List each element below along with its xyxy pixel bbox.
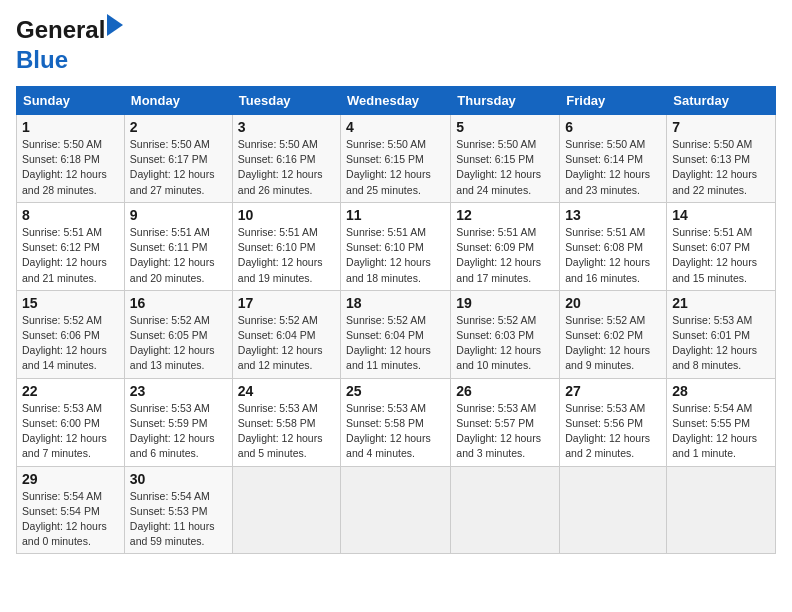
- day-info: Sunrise: 5:50 AM Sunset: 6:13 PM Dayligh…: [672, 137, 770, 198]
- day-info: Sunrise: 5:52 AM Sunset: 6:04 PM Dayligh…: [346, 313, 445, 374]
- day-number: 16: [130, 295, 227, 311]
- day-number: 13: [565, 207, 661, 223]
- calendar-table: SundayMondayTuesdayWednesdayThursdayFrid…: [16, 86, 776, 554]
- col-header-tuesday: Tuesday: [232, 87, 340, 115]
- calendar-cell: 11Sunrise: 5:51 AM Sunset: 6:10 PM Dayli…: [341, 202, 451, 290]
- calendar-cell: [560, 466, 667, 554]
- day-number: 19: [456, 295, 554, 311]
- calendar-cell: 24Sunrise: 5:53 AM Sunset: 5:58 PM Dayli…: [232, 378, 340, 466]
- calendar-cell: [341, 466, 451, 554]
- day-info: Sunrise: 5:51 AM Sunset: 6:10 PM Dayligh…: [238, 225, 335, 286]
- calendar-cell: 25Sunrise: 5:53 AM Sunset: 5:58 PM Dayli…: [341, 378, 451, 466]
- day-number: 26: [456, 383, 554, 399]
- day-number: 11: [346, 207, 445, 223]
- day-info: Sunrise: 5:52 AM Sunset: 6:02 PM Dayligh…: [565, 313, 661, 374]
- calendar-cell: 19Sunrise: 5:52 AM Sunset: 6:03 PM Dayli…: [451, 290, 560, 378]
- day-info: Sunrise: 5:53 AM Sunset: 5:57 PM Dayligh…: [456, 401, 554, 462]
- day-info: Sunrise: 5:50 AM Sunset: 6:18 PM Dayligh…: [22, 137, 119, 198]
- col-header-sunday: Sunday: [17, 87, 125, 115]
- page-header: General Blue: [16, 16, 776, 74]
- day-number: 8: [22, 207, 119, 223]
- calendar-cell: [667, 466, 776, 554]
- calendar-cell: 5Sunrise: 5:50 AM Sunset: 6:15 PM Daylig…: [451, 115, 560, 203]
- logo-arrow-icon: [107, 14, 123, 36]
- calendar-cell: 3Sunrise: 5:50 AM Sunset: 6:16 PM Daylig…: [232, 115, 340, 203]
- day-number: 23: [130, 383, 227, 399]
- day-info: Sunrise: 5:53 AM Sunset: 5:58 PM Dayligh…: [238, 401, 335, 462]
- col-header-friday: Friday: [560, 87, 667, 115]
- calendar-cell: 29Sunrise: 5:54 AM Sunset: 5:54 PM Dayli…: [17, 466, 125, 554]
- day-info: Sunrise: 5:51 AM Sunset: 6:07 PM Dayligh…: [672, 225, 770, 286]
- day-number: 2: [130, 119, 227, 135]
- day-number: 18: [346, 295, 445, 311]
- calendar-cell: 15Sunrise: 5:52 AM Sunset: 6:06 PM Dayli…: [17, 290, 125, 378]
- calendar-cell: 9Sunrise: 5:51 AM Sunset: 6:11 PM Daylig…: [124, 202, 232, 290]
- calendar-cell: 12Sunrise: 5:51 AM Sunset: 6:09 PM Dayli…: [451, 202, 560, 290]
- day-info: Sunrise: 5:50 AM Sunset: 6:15 PM Dayligh…: [456, 137, 554, 198]
- day-number: 21: [672, 295, 770, 311]
- calendar-cell: 26Sunrise: 5:53 AM Sunset: 5:57 PM Dayli…: [451, 378, 560, 466]
- day-info: Sunrise: 5:53 AM Sunset: 6:00 PM Dayligh…: [22, 401, 119, 462]
- day-number: 7: [672, 119, 770, 135]
- calendar-cell: 8Sunrise: 5:51 AM Sunset: 6:12 PM Daylig…: [17, 202, 125, 290]
- svg-marker-0: [107, 14, 123, 36]
- calendar-cell: 10Sunrise: 5:51 AM Sunset: 6:10 PM Dayli…: [232, 202, 340, 290]
- day-number: 14: [672, 207, 770, 223]
- calendar-cell: 21Sunrise: 5:53 AM Sunset: 6:01 PM Dayli…: [667, 290, 776, 378]
- day-number: 30: [130, 471, 227, 487]
- day-number: 22: [22, 383, 119, 399]
- day-info: Sunrise: 5:54 AM Sunset: 5:54 PM Dayligh…: [22, 489, 119, 550]
- col-header-monday: Monday: [124, 87, 232, 115]
- day-info: Sunrise: 5:51 AM Sunset: 6:11 PM Dayligh…: [130, 225, 227, 286]
- day-number: 6: [565, 119, 661, 135]
- day-info: Sunrise: 5:53 AM Sunset: 5:56 PM Dayligh…: [565, 401, 661, 462]
- day-number: 24: [238, 383, 335, 399]
- day-number: 5: [456, 119, 554, 135]
- calendar-cell: 6Sunrise: 5:50 AM Sunset: 6:14 PM Daylig…: [560, 115, 667, 203]
- day-info: Sunrise: 5:53 AM Sunset: 5:58 PM Dayligh…: [346, 401, 445, 462]
- day-info: Sunrise: 5:50 AM Sunset: 6:14 PM Dayligh…: [565, 137, 661, 198]
- day-info: Sunrise: 5:51 AM Sunset: 6:10 PM Dayligh…: [346, 225, 445, 286]
- calendar-cell: 14Sunrise: 5:51 AM Sunset: 6:07 PM Dayli…: [667, 202, 776, 290]
- day-info: Sunrise: 5:51 AM Sunset: 6:12 PM Dayligh…: [22, 225, 119, 286]
- logo-blue-text: Blue: [16, 46, 68, 73]
- day-number: 3: [238, 119, 335, 135]
- day-number: 1: [22, 119, 119, 135]
- day-info: Sunrise: 5:51 AM Sunset: 6:08 PM Dayligh…: [565, 225, 661, 286]
- logo: General Blue: [16, 16, 105, 74]
- day-info: Sunrise: 5:51 AM Sunset: 6:09 PM Dayligh…: [456, 225, 554, 286]
- day-number: 15: [22, 295, 119, 311]
- day-number: 17: [238, 295, 335, 311]
- day-info: Sunrise: 5:53 AM Sunset: 6:01 PM Dayligh…: [672, 313, 770, 374]
- day-info: Sunrise: 5:50 AM Sunset: 6:16 PM Dayligh…: [238, 137, 335, 198]
- calendar-cell: 1Sunrise: 5:50 AM Sunset: 6:18 PM Daylig…: [17, 115, 125, 203]
- calendar-cell: 16Sunrise: 5:52 AM Sunset: 6:05 PM Dayli…: [124, 290, 232, 378]
- day-info: Sunrise: 5:50 AM Sunset: 6:15 PM Dayligh…: [346, 137, 445, 198]
- day-number: 29: [22, 471, 119, 487]
- calendar-cell: 7Sunrise: 5:50 AM Sunset: 6:13 PM Daylig…: [667, 115, 776, 203]
- calendar-cell: 28Sunrise: 5:54 AM Sunset: 5:55 PM Dayli…: [667, 378, 776, 466]
- col-header-thursday: Thursday: [451, 87, 560, 115]
- day-info: Sunrise: 5:52 AM Sunset: 6:03 PM Dayligh…: [456, 313, 554, 374]
- calendar-cell: 18Sunrise: 5:52 AM Sunset: 6:04 PM Dayli…: [341, 290, 451, 378]
- day-info: Sunrise: 5:54 AM Sunset: 5:53 PM Dayligh…: [130, 489, 227, 550]
- day-info: Sunrise: 5:53 AM Sunset: 5:59 PM Dayligh…: [130, 401, 227, 462]
- day-number: 25: [346, 383, 445, 399]
- day-number: 28: [672, 383, 770, 399]
- calendar-cell: 2Sunrise: 5:50 AM Sunset: 6:17 PM Daylig…: [124, 115, 232, 203]
- calendar-cell: 20Sunrise: 5:52 AM Sunset: 6:02 PM Dayli…: [560, 290, 667, 378]
- calendar-cell: 13Sunrise: 5:51 AM Sunset: 6:08 PM Dayli…: [560, 202, 667, 290]
- day-info: Sunrise: 5:52 AM Sunset: 6:04 PM Dayligh…: [238, 313, 335, 374]
- day-number: 20: [565, 295, 661, 311]
- calendar-cell: [451, 466, 560, 554]
- col-header-wednesday: Wednesday: [341, 87, 451, 115]
- calendar-cell: 4Sunrise: 5:50 AM Sunset: 6:15 PM Daylig…: [341, 115, 451, 203]
- day-info: Sunrise: 5:52 AM Sunset: 6:05 PM Dayligh…: [130, 313, 227, 374]
- day-number: 10: [238, 207, 335, 223]
- calendar-cell: 22Sunrise: 5:53 AM Sunset: 6:00 PM Dayli…: [17, 378, 125, 466]
- calendar-cell: 27Sunrise: 5:53 AM Sunset: 5:56 PM Dayli…: [560, 378, 667, 466]
- day-number: 27: [565, 383, 661, 399]
- day-info: Sunrise: 5:54 AM Sunset: 5:55 PM Dayligh…: [672, 401, 770, 462]
- day-number: 12: [456, 207, 554, 223]
- calendar-cell: [232, 466, 340, 554]
